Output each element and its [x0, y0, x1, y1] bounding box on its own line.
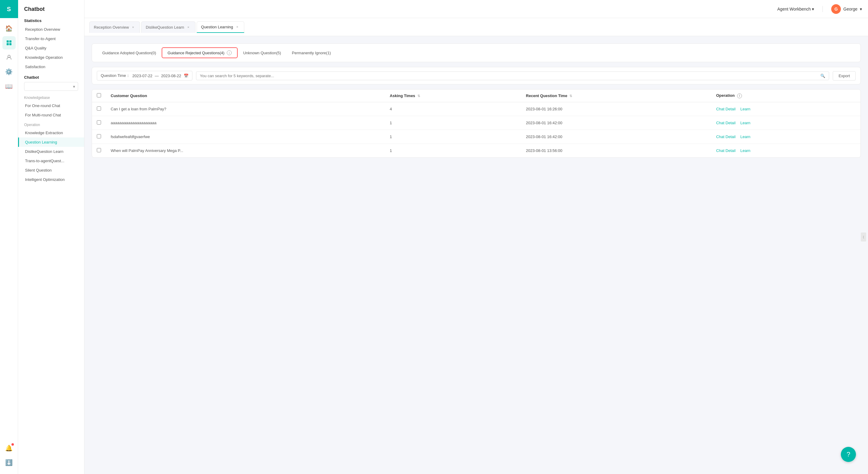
recent-time-sort-icon[interactable]: ⇅: [569, 94, 572, 98]
sidebar-item-reception-overview[interactable]: Reception Overview: [18, 25, 84, 34]
sidebar-statistics-title: Statistics: [18, 15, 84, 25]
sub-tab-rejected[interactable]: Guidance Rejected Questions(4) i: [162, 48, 238, 58]
col-operation: Operation i: [711, 90, 861, 102]
col-customer-question: Customer Question: [106, 90, 385, 102]
sidebar-operation-title: Operation: [18, 120, 84, 128]
browser-tabs: Reception Overview × DislikeQuestion Lea…: [85, 18, 868, 36]
row4-learn-link[interactable]: Learn: [740, 148, 750, 153]
agent-workbench-chevron: ▾: [812, 7, 814, 11]
row2-asking-times: 1: [385, 116, 521, 130]
sub-tab-adopted[interactable]: Guidance Adopted Question(0): [97, 48, 162, 58]
sidebar-item-question-learning[interactable]: Question Learning: [18, 137, 84, 147]
sidebar-chatbot-section-title: Chatbot: [24, 75, 78, 80]
sidebar-item-transfer-to-agent[interactable]: Transfer-to-Agent: [18, 34, 84, 43]
agent-workbench-btn[interactable]: Agent Workbench ▾: [777, 7, 814, 11]
row4-actions: Chat Detail Learn: [711, 144, 861, 158]
select-all-checkbox[interactable]: [97, 93, 101, 97]
date-to: 2023-08-22: [161, 73, 181, 78]
tab-reception-label: Reception Overview: [94, 25, 129, 30]
row4-checkbox[interactable]: [97, 148, 101, 152]
help-button[interactable]: ?: [841, 447, 856, 462]
tab-dislike-close[interactable]: ×: [186, 25, 191, 30]
row2-checkbox[interactable]: [97, 120, 101, 125]
sidebar-item-dislike-learn[interactable]: DislikeQuestion Learn: [18, 147, 84, 156]
sub-tabs: Guidance Adopted Question(0) Guidance Re…: [92, 43, 861, 62]
nav-book-icon[interactable]: 📖: [2, 80, 16, 93]
nav-icons: 🏠 ⚙️ 📖: [2, 18, 16, 441]
separator: [823, 6, 823, 12]
row2-learn-link[interactable]: Learn: [740, 121, 750, 125]
table-row: When will PalmPay Anniversary Mega P... …: [92, 144, 861, 158]
table-header-row: Customer Question Asking Times ⇅ Recent …: [92, 90, 861, 102]
nav-home-icon[interactable]: 🏠: [2, 22, 16, 35]
tab-dislike-question-learn[interactable]: DislikeQuestion Learn ×: [141, 22, 195, 33]
row1-actions-cell: Chat Detail Learn: [716, 107, 856, 111]
sidebar-item-intelligent-opt[interactable]: Intelligent Optimization: [18, 175, 84, 184]
table-container: Customer Question Asking Times ⇅ Recent …: [92, 89, 861, 158]
nav-bell-icon[interactable]: 🔔: [2, 441, 16, 455]
asking-times-sort-icon[interactable]: ⇅: [417, 94, 420, 98]
agent-workbench-label: Agent Workbench: [777, 7, 811, 11]
row1-question: Can I get a loan from PalmPay?: [106, 102, 385, 116]
rejected-info-icon[interactable]: i: [227, 50, 231, 55]
search-input-wrapper: 🔍: [196, 71, 829, 80]
top-bar: Agent Workbench ▾ G George ▾: [85, 0, 868, 18]
sidebar-knowledgebase-title: Knowledgebase: [18, 93, 84, 101]
svg-rect-3: [9, 43, 11, 45]
row2-actions: Chat Detail Learn: [711, 116, 861, 130]
row4-recent-time: 2023-08-01 13:56:00: [521, 144, 711, 158]
sub-tab-unknown[interactable]: Unknown Question(5): [238, 48, 286, 58]
app-layout: S 🏠 ⚙️ 📖 🔔 ⬇️: [0, 0, 868, 474]
row3-chat-detail-link[interactable]: Chat Detail: [716, 134, 735, 139]
nav-person-icon[interactable]: [2, 51, 16, 64]
date-from: 2023-07-22: [132, 73, 153, 78]
row1-checkbox[interactable]: [97, 106, 101, 110]
sidebar-item-multi-round[interactable]: For Multi-round Chat: [18, 110, 84, 120]
chatbot-select-wrapper: [24, 82, 78, 91]
row1-learn-link[interactable]: Learn: [740, 107, 750, 111]
row3-recent-time: 2023-08-01 16:42:00: [521, 130, 711, 144]
sidebar-item-satisfaction[interactable]: Satisfaction: [18, 62, 84, 71]
table-row: aaaaaaaaaaaaaaaaaaaaa 1 2023-08-01 16:42…: [92, 116, 861, 130]
row1-actions: Chat Detail Learn: [711, 102, 861, 116]
collapse-icon[interactable]: ⟨: [861, 232, 866, 242]
sidebar-item-silent-question[interactable]: Silent Question: [18, 165, 84, 175]
row4-chat-detail-link[interactable]: Chat Detail: [716, 148, 735, 153]
sidebar-item-knowledge-operation[interactable]: Knowledge Operation: [18, 53, 84, 62]
top-bar-right: Agent Workbench ▾ G George ▾: [777, 4, 862, 14]
sidebar-item-one-round[interactable]: For One-round Chat: [18, 101, 84, 110]
row2-chat-detail-link[interactable]: Chat Detail: [716, 121, 735, 125]
row3-asking-times: 1: [385, 130, 521, 144]
col-checkbox: [92, 90, 106, 102]
filter-row: Question Time： 2023-07-22 — 2023-08-22 📅…: [92, 67, 861, 85]
tab-reception-close[interactable]: ×: [131, 25, 135, 30]
sidebar-item-qa-quality[interactable]: Q&A Quality: [18, 43, 84, 53]
row3-checkbox-cell: [92, 130, 106, 144]
search-input[interactable]: [200, 73, 819, 78]
table-row: fsdafwefeafdfgvaerfwe 1 2023-08-01 16:42…: [92, 130, 861, 144]
sidebar-item-knowledge-extraction[interactable]: Knowledge Extraction: [18, 128, 84, 137]
nav-grid-icon[interactable]: [2, 36, 16, 50]
tab-reception-overview[interactable]: Reception Overview ×: [89, 22, 140, 33]
app-logo: S: [0, 0, 18, 18]
user-menu[interactable]: G George ▾: [831, 4, 862, 14]
row3-checkbox[interactable]: [97, 134, 101, 138]
nav-settings-icon[interactable]: ⚙️: [2, 65, 16, 78]
calendar-icon: 📅: [184, 73, 188, 78]
search-icon: 🔍: [820, 73, 825, 78]
user-chevron-icon: ▾: [860, 7, 862, 11]
nav-download-icon[interactable]: ⬇️: [2, 456, 16, 469]
left-sidebar: Chatbot Statistics Reception Overview Tr…: [18, 0, 85, 474]
icon-sidebar: S 🏠 ⚙️ 📖 🔔 ⬇️: [0, 0, 18, 474]
row1-chat-detail-link[interactable]: Chat Detail: [716, 107, 735, 111]
tab-question-learning[interactable]: Question Learning ×: [197, 22, 244, 33]
operation-info-icon[interactable]: i: [737, 93, 742, 98]
row3-learn-link[interactable]: Learn: [740, 134, 750, 139]
sub-tab-permanent-ignore[interactable]: Permanently Ignore(1): [286, 48, 336, 58]
export-button[interactable]: Export: [833, 71, 856, 81]
user-name: George: [843, 7, 858, 11]
sidebar-item-trans-to-agent[interactable]: Trans-to-agentQuest...: [18, 156, 84, 165]
chatbot-select[interactable]: [24, 82, 78, 91]
tab-ql-close[interactable]: ×: [235, 24, 240, 29]
date-range-picker[interactable]: Question Time： 2023-07-22 — 2023-08-22 📅: [97, 71, 192, 81]
